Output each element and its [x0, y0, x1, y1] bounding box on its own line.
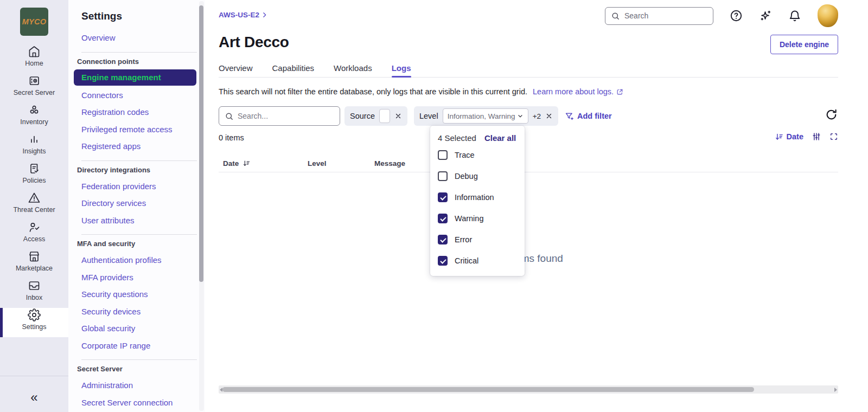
- option-label: Trace: [455, 151, 475, 159]
- nav-item-inventory[interactable]: Inventory: [0, 103, 68, 132]
- app-window: MYCO Home Secret Server Inventory Insigh…: [0, 0, 868, 412]
- logs-search[interactable]: [219, 106, 340, 126]
- source-filter-input[interactable]: [379, 109, 390, 123]
- nav-item-marketplace[interactable]: Marketplace: [0, 249, 68, 279]
- level-option-critical[interactable]: Critical: [430, 250, 525, 271]
- sparkles-icon[interactable]: [759, 9, 772, 22]
- add-filter-label[interactable]: Add filter: [577, 112, 612, 120]
- sort-label[interactable]: Date: [787, 132, 803, 141]
- global-search-input[interactable]: [624, 11, 700, 20]
- settings-panel-title: Settings: [81, 0, 197, 22]
- level-option-warning[interactable]: Warning: [430, 208, 525, 229]
- checkbox[interactable]: [438, 214, 448, 223]
- policies-icon: [28, 162, 41, 175]
- source-filter-chip: Source: [344, 106, 407, 126]
- checkbox[interactable]: [438, 171, 448, 181]
- settings-item-global-security[interactable]: Global security: [81, 320, 197, 337]
- nav-label: Insights: [22, 147, 46, 155]
- dropdown-header: 4 Selected Clear all: [430, 126, 525, 144]
- settings-item-directory-services[interactable]: Directory services: [81, 195, 197, 212]
- settings-item-secret-server-connection[interactable]: Secret Server connection: [81, 394, 197, 411]
- nav-item-access[interactable]: Access: [0, 220, 68, 249]
- settings-item-security-devices[interactable]: Security devices: [81, 303, 197, 320]
- level-filter-select[interactable]: Information, Warning: [443, 108, 528, 124]
- scrollbar-thumb[interactable]: [222, 387, 754, 392]
- nav-item-secret-server[interactable]: Secret Server: [0, 74, 68, 103]
- global-search[interactable]: [605, 7, 713, 25]
- settings-item-mfa-providers[interactable]: MFA providers: [81, 269, 197, 286]
- settings-item-engine-management[interactable]: Engine management: [74, 69, 196, 86]
- nav-item-settings[interactable]: Settings: [0, 308, 68, 337]
- settings-group-mfa-and-security: MFA and security: [77, 240, 197, 248]
- sort-descending-icon: [242, 159, 251, 168]
- sort-by-date-button[interactable]: Date: [775, 132, 803, 141]
- clear-all-button[interactable]: Clear all: [484, 133, 516, 143]
- learn-more-label[interactable]: Learn more about logs.: [533, 87, 614, 96]
- scroll-right-arrow[interactable]: [834, 388, 837, 392]
- empty-state-text: No items found: [219, 253, 838, 265]
- level-option-information[interactable]: Information: [430, 186, 525, 208]
- nav-label: Settings: [22, 323, 46, 331]
- settings-item-overview[interactable]: Overview: [81, 29, 197, 47]
- primary-nav-rail: MYCO Home Secret Server Inventory Insigh…: [0, 0, 68, 412]
- checkbox[interactable]: [438, 235, 448, 244]
- column-header-date[interactable]: Date: [219, 159, 308, 168]
- remove-source-filter-icon[interactable]: [394, 112, 402, 120]
- settings-panel-scrollbar[interactable]: [199, 1, 204, 411]
- nav-label: Access: [23, 235, 45, 243]
- scrollbar-thumb[interactable]: [199, 5, 203, 282]
- delete-engine-button[interactable]: Delete engine: [770, 35, 838, 54]
- option-label: Error: [455, 235, 472, 244]
- settings-item-privileged-remote-access[interactable]: Privileged remote access: [81, 121, 197, 138]
- settings-item-connectors[interactable]: Connectors: [81, 87, 197, 104]
- insights-icon: [28, 132, 41, 146]
- divider: [81, 359, 197, 360]
- tab-capabilities[interactable]: Capabilities: [272, 60, 315, 77]
- level-option-trace[interactable]: Trace: [430, 144, 525, 165]
- storefront-icon: [28, 249, 41, 263]
- logs-search-input[interactable]: [238, 112, 330, 120]
- items-count: 0 items: [219, 133, 244, 142]
- checkbox[interactable]: [438, 150, 448, 160]
- help-icon[interactable]: [730, 9, 743, 22]
- nav-item-home[interactable]: Home: [0, 44, 68, 74]
- settings-item-security-questions[interactable]: Security questions: [81, 286, 197, 303]
- checkbox[interactable]: [438, 256, 448, 266]
- nav-item-insights[interactable]: Insights: [0, 132, 68, 162]
- nav-item-policies[interactable]: Policies: [0, 162, 68, 191]
- settings-item-federation-providers[interactable]: Federation providers: [81, 178, 197, 195]
- fullscreen-icon[interactable]: [829, 132, 838, 141]
- level-option-debug[interactable]: Debug: [430, 165, 525, 186]
- settings-item-user-attributes[interactable]: User attributes: [81, 212, 197, 229]
- learn-more-link[interactable]: Learn more about logs.: [533, 87, 623, 96]
- settings-item-authentication-profiles[interactable]: Authentication profiles: [81, 252, 197, 269]
- tab-overview[interactable]: Overview: [219, 60, 253, 77]
- level-option-error[interactable]: Error: [430, 229, 525, 250]
- bell-icon[interactable]: [788, 9, 801, 22]
- breadcrumb[interactable]: AWS-US-E2: [219, 11, 268, 19]
- collapse-sidebar-button[interactable]: «: [0, 389, 68, 405]
- settings-item-registered-apps[interactable]: Registered apps: [81, 138, 197, 155]
- column-header-level[interactable]: Level: [308, 159, 374, 168]
- external-link-icon: [616, 88, 623, 95]
- settings-item-registration-codes[interactable]: Registration codes: [81, 104, 197, 121]
- refresh-icon[interactable]: [825, 108, 838, 121]
- nav-item-inbox[interactable]: Inbox: [0, 279, 68, 308]
- tab-logs[interactable]: Logs: [392, 60, 411, 77]
- tab-workloads[interactable]: Workloads: [334, 60, 372, 77]
- breadcrumb-engine-pool[interactable]: AWS-US-E2: [219, 11, 259, 19]
- nav-item-threat-center[interactable]: Threat Center: [0, 191, 68, 220]
- level-filter-dropdown: 4 Selected Clear all Trace Debug Informa…: [430, 126, 525, 276]
- nav-label: Inventory: [20, 118, 48, 126]
- column-settings-icon[interactable]: [812, 132, 821, 141]
- remove-level-filter-icon[interactable]: [545, 112, 553, 120]
- settings-item-corporate-ip-range[interactable]: Corporate IP range: [81, 337, 197, 355]
- horizontal-scrollbar[interactable]: [219, 385, 838, 394]
- settings-item-administration[interactable]: Administration: [81, 377, 197, 394]
- inventory-icon: [28, 103, 41, 117]
- add-filter-button[interactable]: Add filter: [565, 112, 612, 121]
- column-label-date[interactable]: Date: [223, 159, 239, 168]
- checkbox[interactable]: [438, 192, 448, 202]
- selected-count: 4 Selected: [438, 133, 476, 143]
- user-avatar[interactable]: [818, 4, 838, 27]
